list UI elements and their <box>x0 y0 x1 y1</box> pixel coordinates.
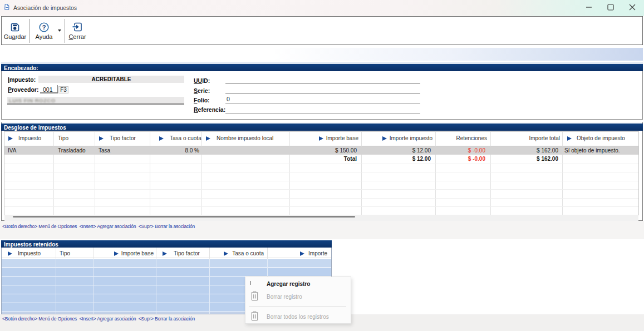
svg-text:?: ? <box>42 24 46 31</box>
